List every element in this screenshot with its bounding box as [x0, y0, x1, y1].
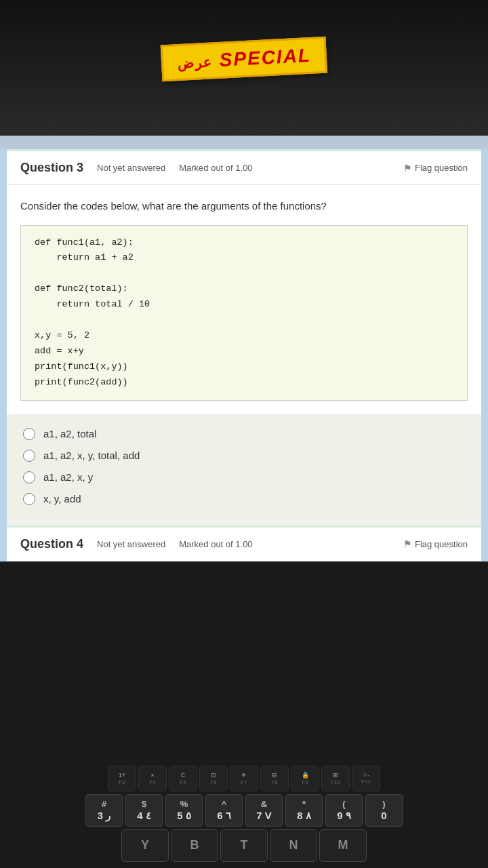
question3-marked: Marked out of 1.00 — [179, 163, 252, 173]
code-line-8: add = x+y — [35, 344, 453, 359]
code-block: def func1(a1, a2): return a1 + a2 def fu… — [20, 225, 468, 401]
keyboard: 1+ F3 × F4 C F5 ⊡ F6 ✈ F7 ⊟ F8 🔒 F9 ⊞ F — [0, 759, 488, 868]
question4-flag-button[interactable]: ⚑ Flag question — [403, 538, 468, 549]
question3-body: Consider the codes below, what are the a… — [7, 185, 481, 414]
key-bottom-2[interactable]: B — [171, 829, 218, 862]
key-f10[interactable]: ⊞ F10 — [321, 766, 350, 791]
question4-number: Question 4 — [20, 537, 83, 551]
key-5[interactable]: % 5 ٥ — [165, 794, 203, 827]
code-line-2: return a1 + a2 — [35, 250, 453, 266]
quiz-container: Question 3 Not yet answered Marked out o… — [7, 149, 481, 561]
question4-marked: Marked out of 1.00 — [179, 539, 252, 549]
answer-options: a1, a2, total a1, a2, x, y, total, add a… — [7, 414, 481, 519]
sticker-arabic: عرض — [177, 54, 214, 71]
code-line-4: def func2(total): — [35, 281, 453, 297]
key-3[interactable]: # 3 ر — [85, 794, 123, 827]
key-f4[interactable]: × F4 — [138, 766, 167, 791]
sticker-text: SPECIAL — [219, 45, 312, 71]
code-line-9: print(func1(x,y)) — [35, 359, 453, 375]
question4-status: Not yet answered — [97, 539, 165, 549]
code-line-6 — [35, 313, 453, 328]
option-a-text: a1, a2, total — [43, 428, 96, 439]
option-c-radio[interactable] — [23, 471, 35, 484]
question3-text: Consider the codes below, what are the a… — [20, 199, 468, 214]
key-f9[interactable]: 🔒 F9 — [291, 766, 319, 791]
code-line-1: def func1(a1, a2): — [35, 235, 453, 251]
key-f3[interactable]: 1+ F3 — [108, 766, 136, 791]
question3-number: Question 3 — [20, 161, 83, 175]
option-d-text: x, y, add — [43, 493, 81, 505]
key-7[interactable]: & 7 V — [245, 794, 283, 827]
key-bottom-3[interactable]: T — [220, 829, 268, 862]
code-line-10: print(func2(add)) — [35, 375, 453, 391]
option-b[interactable]: a1, a2, x, y, total, add — [23, 450, 465, 462]
bottom-row: Y B T N M — [3, 829, 485, 862]
code-line-3 — [35, 266, 453, 281]
key-bottom-4[interactable]: N — [270, 829, 317, 862]
code-line-5: return total / 10 — [35, 297, 453, 313]
key-6[interactable]: ^ 6 ٦ — [205, 794, 243, 827]
sticker: عرض SPECIAL — [161, 37, 328, 82]
screen-top-bar — [0, 136, 488, 149]
num-row: # 3 ر $ 4 ٤ % 5 ٥ ^ 6 ٦ & 7 V * 8 ٨ ( 9 … — [3, 794, 485, 827]
code-line-7: x,y = 5, 2 — [35, 328, 453, 344]
option-c-text: a1, a2, x, y — [43, 471, 93, 483]
key-4[interactable]: $ 4 ٤ — [125, 794, 163, 827]
key-bottom-1[interactable]: Y — [121, 829, 169, 862]
fn-row: 1+ F3 × F4 C F5 ⊡ F6 ✈ F7 ⊟ F8 🔒 F9 ⊞ F — [3, 766, 485, 791]
key-f6[interactable]: ⊡ F6 — [199, 766, 228, 791]
question3-flag-button[interactable]: ⚑ Flag question — [403, 163, 468, 174]
top-bar: عرض SPECIAL — [0, 0, 488, 136]
key-8[interactable]: * 8 ٨ — [285, 794, 323, 827]
option-d[interactable]: x, y, add — [23, 493, 465, 505]
question4-header: Question 4 Not yet answered Marked out o… — [7, 526, 481, 561]
option-a[interactable]: a1, a2, total — [23, 428, 465, 440]
key-f11[interactable]: ☆- F11 — [352, 766, 380, 791]
screen: Question 3 Not yet answered Marked out o… — [0, 149, 488, 561]
key-bottom-5[interactable]: M — [319, 829, 367, 862]
option-c[interactable]: a1, a2, x, y — [23, 471, 465, 484]
key-f7[interactable]: ✈ F7 — [230, 766, 258, 791]
laptop-body — [0, 561, 488, 711]
key-9[interactable]: ( 9 ٩ — [325, 794, 363, 827]
flag-icon-q4: ⚑ — [403, 538, 412, 549]
option-d-radio[interactable] — [23, 493, 35, 505]
question3-status: Not yet answered — [97, 163, 165, 173]
option-a-radio[interactable] — [23, 428, 35, 440]
key-0[interactable]: ) 0 — [365, 794, 403, 827]
flag-icon: ⚑ — [403, 163, 412, 174]
option-b-text: a1, a2, x, y, total, add — [43, 450, 140, 461]
question3-header: Question 3 Not yet answered Marked out o… — [7, 149, 481, 185]
key-f8[interactable]: ⊟ F8 — [260, 766, 289, 791]
key-f5[interactable]: C F5 — [169, 766, 197, 791]
option-b-radio[interactable] — [23, 450, 35, 462]
